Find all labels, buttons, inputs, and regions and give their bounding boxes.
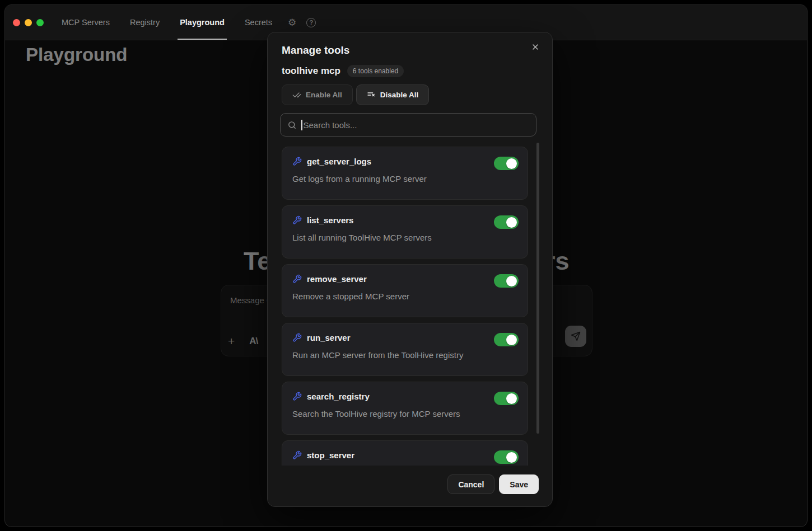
- tool-toggle[interactable]: [494, 274, 519, 288]
- wrench-icon: [292, 450, 302, 460]
- tool-name: list_servers: [307, 215, 353, 225]
- main-nav: MCP Servers Registry Playground Secrets: [62, 5, 272, 40]
- cancel-button[interactable]: Cancel: [447, 474, 494, 494]
- search-input[interactable]: [304, 120, 530, 130]
- tool-toggle[interactable]: [494, 215, 519, 229]
- close-icon: [531, 43, 540, 51]
- wrench-icon: [292, 215, 302, 225]
- search-icon: [287, 120, 297, 130]
- enable-all-button[interactable]: Enable All: [282, 84, 353, 105]
- tool-card: get_server_logs Get logs from a running …: [282, 147, 528, 200]
- server-name: toolhive mcp: [282, 65, 340, 77]
- wrench-icon: [292, 333, 302, 342]
- tool-card: search_registry Search the ToolHive regi…: [282, 382, 528, 435]
- wrench-icon: [292, 157, 302, 166]
- manage-tools-dialog: Manage tools toolhive mcp 6 tools enable…: [267, 32, 553, 507]
- tools-enabled-badge: 6 tools enabled: [347, 65, 404, 77]
- close-window-button[interactable]: [13, 19, 20, 26]
- tab-secrets[interactable]: Secrets: [245, 5, 272, 40]
- tool-description: List all running ToolHive MCP servers: [292, 233, 432, 242]
- tool-description: Remove a stopped MCP server: [292, 292, 409, 301]
- tool-search: [280, 113, 536, 137]
- tool-name: remove_server: [307, 274, 367, 284]
- help-icon[interactable]: ?: [306, 18, 316, 27]
- tab-mcp-servers[interactable]: MCP Servers: [62, 5, 110, 40]
- list-x-icon: [367, 91, 376, 100]
- app-window: Playground Te rs Message C + A\ MCP Serv…: [4, 4, 808, 527]
- tool-name: get_server_logs: [307, 157, 371, 166]
- tool-name: run_server: [307, 333, 351, 342]
- minimize-window-button[interactable]: [25, 19, 32, 26]
- wrench-icon: [292, 274, 302, 284]
- text-caret: [301, 120, 302, 130]
- disable-all-label: Disable All: [380, 91, 419, 99]
- traffic-lights: [13, 19, 44, 26]
- tool-card: remove_server Remove a stopped MCP serve…: [282, 264, 528, 317]
- tool-name: search_registry: [307, 392, 370, 401]
- tool-toggle[interactable]: [494, 392, 519, 405]
- tool-list: get_server_logs Get logs from a running …: [282, 147, 528, 466]
- scrollbar-thumb[interactable]: [536, 143, 539, 434]
- settings-gear-icon[interactable]: ⚙: [288, 18, 296, 27]
- tool-description: Get logs from a running MCP server: [292, 174, 427, 184]
- tool-name: stop_server: [307, 450, 354, 460]
- tool-description: Search the ToolHive registry for MCP ser…: [292, 409, 460, 419]
- dialog-title: Manage tools: [282, 44, 349, 57]
- tool-card: run_server Run an MCP server from the To…: [282, 323, 528, 376]
- zoom-window-button[interactable]: [36, 19, 44, 26]
- tool-description: Run an MCP server from the ToolHive regi…: [292, 350, 463, 360]
- tool-toggle[interactable]: [494, 157, 519, 170]
- tool-card: stop_server: [282, 440, 528, 466]
- wrench-icon: [292, 392, 302, 401]
- tool-toggle[interactable]: [494, 450, 519, 464]
- save-button[interactable]: Save: [499, 474, 539, 494]
- tab-playground[interactable]: Playground: [180, 5, 225, 40]
- enable-all-label: Enable All: [306, 91, 342, 99]
- check-check-icon: [292, 91, 301, 100]
- tool-toggle[interactable]: [494, 333, 519, 346]
- close-dialog-button[interactable]: [529, 40, 542, 54]
- tool-card: list_servers List all running ToolHive M…: [282, 205, 528, 259]
- disable-all-button[interactable]: Disable All: [356, 84, 430, 105]
- tab-registry[interactable]: Registry: [130, 5, 160, 40]
